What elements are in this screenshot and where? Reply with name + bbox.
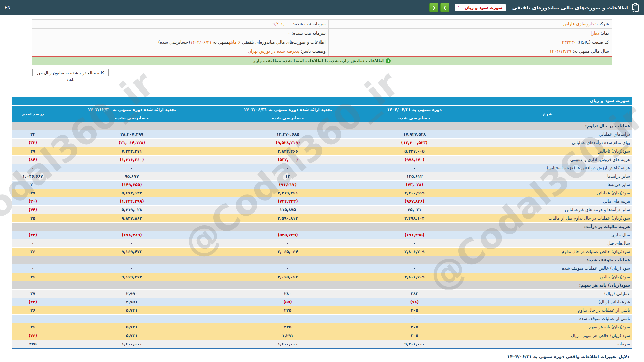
info-cell: سرمایه ثبت نشده: ۰: [32, 29, 328, 38]
row-value: [210, 122, 366, 130]
row-value: ۱,۰۴۶,۶۶۷: [12, 172, 54, 180]
row-value: ۳۶: [12, 323, 54, 331]
top-navbar: اطلاعات و صورت‌های مالی میاندوره‌ای تلفی…: [0, 0, 644, 15]
reasons-section-header: دلایل تغییرات اطلاعات واقعی دوره منتهی ب…: [12, 353, 632, 360]
row-label: بهاي تمام شده درآمدهاي عملياتي: [463, 139, 632, 147]
row-value: (۷۴۴,۳۲۳): [210, 197, 366, 205]
row-value: ۹,۱۶۹,۴۷۳: [54, 248, 210, 256]
row-value: (۱۲,۶۰۰,۵۲۳): [366, 139, 463, 147]
row-value: (۱,۶۱۶,۲۶۰): [54, 156, 210, 164]
row-value: ۱۲: [210, 172, 366, 180]
row-label: سود(زیان) خالص: [463, 273, 632, 281]
chevron-left-icon: ❮: [432, 5, 436, 10]
table-row: هزینه کاهش ارزش دریافتني ها (هزینه استثن…: [12, 164, 632, 172]
row-label: عملیاتي (ریال): [463, 290, 632, 298]
row-value: ۲۸۰: [210, 290, 366, 298]
table-row: سود(زیان) خالص۲,۸۰۶,۷۰۹۲,۰۶۵,۰۶۴۹,۱۶۹,۴۷…: [12, 273, 632, 281]
info-value: دفارا: [591, 31, 599, 36]
row-label: سود(زیان) عملیات در حال تداوم قبل از مال…: [463, 214, 632, 222]
row-value: ۱,۲۹۱: [210, 331, 366, 340]
income-statement: صورت سود و زیان شرح دوره منتهی به ۱۴۰۴/۰…: [12, 97, 632, 349]
info-value: ۱۴۰۴/۰۶/۳۱: [190, 40, 212, 45]
next-statement-button[interactable]: ❯: [440, 3, 449, 12]
info-cell: کد صنعت (ISIC): ۴۳۲۲۳۰: [328, 38, 612, 47]
row-value: ۴,۴۰۰,۹۱۹: [366, 189, 463, 197]
row-value: ۳۰۵: [366, 306, 463, 314]
info-value: پذیرفته شده در بورس تهران: [248, 49, 300, 54]
note-wrap: کلیه مبالغ درج شده به میلیون ریال می باش…: [32, 69, 612, 76]
row-value: ۳۹: [12, 147, 54, 155]
row-value: ۳۵: [12, 214, 54, 222]
row-label: هزینه های فروش، اداری و عمومی: [463, 156, 632, 164]
table-row: سال جاری(۶۹۱,۳۹۵)(۵۲۵,۷۴۹)(۶۷۸,۳۸۹)(۳۲): [12, 231, 632, 239]
row-value: ۲,۰۶۵,۰۶۴: [210, 273, 366, 281]
row-value: [12, 256, 54, 264]
row-label: سود(زیان) عملیاتی: [463, 189, 632, 197]
audit-label: حسابرسی نشده: [54, 114, 210, 122]
table-row: سود (زیان) خالص عملیات متوقف شده۰۰۰۰: [12, 264, 632, 273]
info-label: اطلاعات و صورت‌های مالی میاندوره‌ای تلفی…: [240, 40, 326, 45]
row-value: ۵,۶۱۹,۰۲۸: [54, 206, 210, 214]
info-value: ۱۴۰۴/۱۲/۲۹: [549, 49, 571, 54]
row-value: ۰: [54, 315, 210, 323]
info-label: کد صنعت (ISIC):: [576, 40, 609, 45]
row-value: (۸۴): [12, 156, 54, 164]
row-value: ۰: [54, 164, 210, 172]
row-value: (۹۱,۲۱۷): [210, 181, 366, 189]
statement-dropdown[interactable]: صورت سود و زیان ˅: [455, 4, 506, 11]
signature-match-banner: i اطلاعات نمایش داده شده با اطلاعات امضا…: [32, 57, 612, 65]
row-value: (۴۴): [12, 206, 54, 214]
info-label: وضعیت ناشر:: [299, 49, 326, 54]
row-value: ۵,۷۴۱: [54, 323, 210, 331]
table-row: هزینه های مالی(۹۶۷,۸۳۶)(۷۴۴,۳۲۳)(۱,۴۴۴,۲…: [12, 197, 632, 206]
info-cell: سال مالی منتهی به: ۱۴۰۴/۱۲/۲۹: [328, 47, 612, 56]
table-row: عملیاتي (ریال)۳۸۳۲۸۰۲,۹۹۰۳۷: [12, 290, 632, 298]
row-label: سال‌های قبل: [463, 239, 632, 247]
info-cell: سرمایه ثبت شده: ۹,۲۰۶,۰۰۰: [32, 20, 328, 28]
row-value: ۱,۶۰۰,۰۰۰: [54, 340, 210, 348]
info-label: سرمایه ثبت نشده:: [290, 31, 326, 36]
period-label: دوره منتهی به ۱۴۰۴/۰۶/۳۱: [366, 106, 463, 114]
info-cell: نماد: دفارا: [328, 29, 612, 38]
row-value: (۲۱,۰۶۴,۱۲۸): [54, 139, 210, 147]
info-label: نماد:: [599, 31, 609, 36]
row-label: هزینه کاهش ارزش دریافتني ها (هزینه استثن…: [463, 164, 632, 172]
column-header-description: شرح: [463, 106, 632, 122]
prev-statement-button[interactable]: ❮: [429, 3, 438, 12]
section-row: عملیات متوقف شده:: [12, 256, 632, 264]
row-value: ۳,۲۱۹,۲۶۱: [210, 189, 366, 197]
row-value: [54, 256, 210, 264]
row-value: [366, 256, 463, 264]
info-label: سرمایه ثبت شده:: [292, 21, 326, 26]
row-value: [210, 223, 366, 231]
statement-dropdown-value: صورت سود و زیان: [462, 5, 506, 10]
row-value: (۵۵): [210, 298, 366, 306]
table-row: سود(زیان) خالص عملیات در حال تداوم۲,۸۰۶,…: [12, 248, 632, 256]
row-value: ۰: [366, 239, 463, 247]
column-header-percent-change: درصد تغییر: [12, 106, 54, 122]
period-label: تجدید ارائه شده دوره منتهی به ۱۴۰۳/۱۲/۳۰: [54, 106, 210, 114]
info-cell: شرکت: داروسازي فارابي: [328, 20, 612, 28]
million-rial-note: کلیه مبالغ درج شده به میلیون ریال می باش…: [32, 69, 109, 76]
row-value: ۶۵,۰۲۱: [366, 206, 463, 214]
info-label: (حسابرسی شده): [158, 40, 190, 45]
row-value: ۱۲۵,۶۱۲: [366, 172, 463, 180]
row-value: ۳۶: [12, 248, 54, 256]
row-value: ۰: [54, 264, 210, 273]
table-row: سایر هزینه‌ها(۷۳,۰۲۸)(۹۱,۲۱۷)(۱۴۹,۶۵۵)۲۰: [12, 181, 632, 189]
section-row: عملیات در حال تداوم:: [12, 122, 632, 130]
row-value: ۲,۷۵۱: [54, 298, 210, 306]
row-value: (۳۲): [12, 139, 54, 147]
language-toggle-en[interactable]: EN: [5, 5, 10, 10]
row-value: ۵,۶۷۳,۱۳۳: [54, 189, 210, 197]
row-value: ۰: [12, 264, 54, 273]
table-row: ناشي از عملیات در حال تداوم۳۰۵۲۲۵۵,۷۴۱۳۶: [12, 306, 632, 315]
table-row: سود(زیان) پایه هر سهم۳۰۵۲۲۵۵,۷۴۱۳۶: [12, 323, 632, 331]
row-label: هزینه های مالی: [463, 197, 632, 205]
table-row: سود(زیان) ناخالص۵,۳۲۷,۰۰۵۳,۸۴۲,۴۶۶۷,۳۴۳,…: [12, 147, 632, 156]
signature-match-text: اطلاعات نمایش داده شده با اطلاعات امضا ش…: [253, 58, 384, 63]
info-value: ۶ ماهه: [229, 40, 240, 45]
chevron-right-icon: ❯: [443, 5, 447, 10]
row-label: سود(زیان) ناخالص: [463, 147, 632, 155]
row-label: ناشي از عملیات متوقف شده: [463, 315, 632, 323]
